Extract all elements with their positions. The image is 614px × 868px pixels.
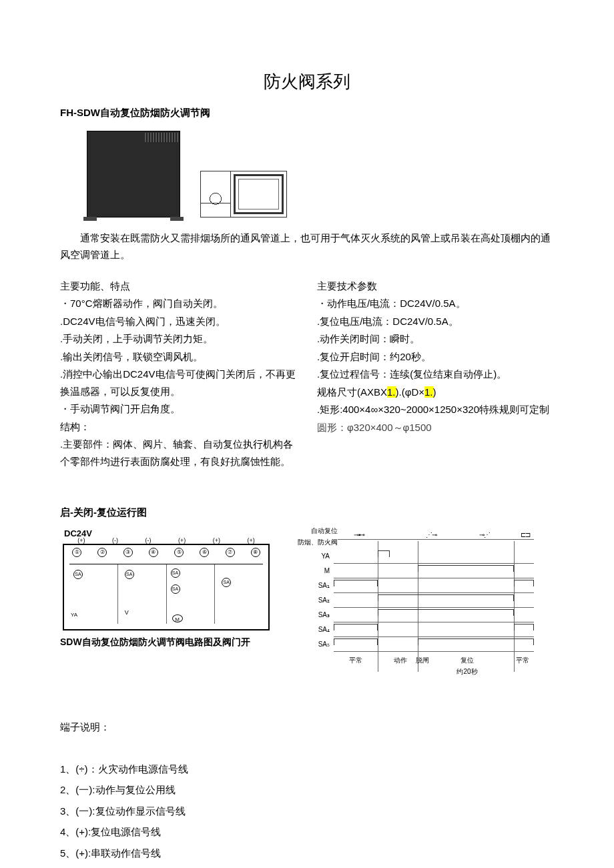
circuit-diagram: DC24V (+) (-) (-) (+) (+) (+) ① ② ③ ④ ⑤ … [60,525,274,650]
intro-paragraph: 通常安装在既需防火又需排烟场所的通风管道上，也可用于气体灭火系统的风管上或吊装在… [60,230,554,264]
param-item: .矩形:400×4∞×320~2000×1250×320特殊规则可定制 [317,401,554,418]
features-heading: 主要功能、特点 [60,278,297,295]
terminal-item: 5、(+):串联动作信号线 [60,845,554,862]
param-item: .复位开启时间：约20秒。 [317,348,554,366]
param-item: 规格尺寸(AXBX1.).(φD×1.) [317,384,554,401]
page-title: 防火阀系列 [60,67,554,96]
terminal-item: 4、(+):复位电源信号线 [60,823,554,841]
param-item: .复位电压/电流：DC24V/0.5A。 [317,313,554,330]
circuit-box: (+) (-) (-) (+) (+) (+) ① ② ③ ④ ⑤ ⑥ ⑦ ⑧ … [63,544,270,630]
param-item-truncated: 圆形：φ320×400～φ1500 [317,419,554,436]
param-item: .复位过程信号：连续(复位结束自动停止)。 [317,366,554,383]
feature-item: ・70°C熔断器动作，阀门自动关闭。 [60,295,297,312]
structure-body: .主要部件：阀体、阀片、轴套、自动复位执行机构各个零部件均进行表面防腐处理，有良… [60,436,297,470]
param-item: .动作关闭时间：瞬时。 [317,330,554,348]
diagram-row: DC24V (+) (-) (-) (+) (+) (+) ① ② ③ ④ ⑤ … [60,525,554,699]
product-subtitle: FH-SDW自动复位防烟防火调节阀 [60,104,554,121]
image-row [60,131,554,218]
feature-item: ・手动调节阀门开启角度。 [60,400,297,418]
feature-item: .DC24V电信号输入阀门，迅速关闭。 [60,313,297,330]
terminal-item: 6、(÷):串联复位信号线 [60,865,554,868]
specs-columns: 主要功能、特点 ・70°C熔断器动作，阀门自动关闭。 .DC24V电信号输入阀门… [60,277,554,471]
terminal-item: 1、(÷)：火灾动作电源信号线 [60,761,554,778]
operation-diagram-title: 启-关闭-复位运行图 [60,504,554,521]
feature-item: .输出关闭信号，联锁空调风机。 [60,348,297,366]
terminal-item: 3、(一):复位动作显示信号线 [60,803,554,820]
feature-item: .手动关闭，上手动调节关闭力矩。 [60,330,297,348]
circuit-caption: SDW自动复位防烟防火调节阀电路图及阀门开 [60,634,274,650]
features-column: 主要功能、特点 ・70°C熔断器动作，阀门自动关闭。 .DC24V电信号输入阀门… [60,277,297,471]
product-photo [87,131,180,218]
technical-drawing [200,171,287,218]
params-column: 主要技术参数 ・动作电压/电流：DC24V/0.5A。 .复位电压/电流：DC2… [317,277,554,471]
terminal-item: 2、(一):动作与复位公用线 [60,781,554,799]
terminal-section: 端子说明： 1、(÷)：火灾动作电源信号线 2、(一):动作与复位公用线 3、(… [60,719,554,868]
params-heading: 主要技术参数 [317,278,554,295]
timing-diagram: 自动复位 防烟、防火阀 ⊸⊷ ⋰⊸ ⊸⋰ ⊏⊐ YA M SA₁ SA₂ SA₃… [294,525,534,699]
structure-heading: 结构： [60,418,297,436]
feature-item: .消控中心输出DC24V电信号可使阀门关闭后，不再更换温感器，可以反复使用。 [60,366,297,400]
param-item: ・动作电压/电流：DC24V/0.5A。 [317,295,554,312]
terminal-heading: 端子说明： [60,719,554,736]
